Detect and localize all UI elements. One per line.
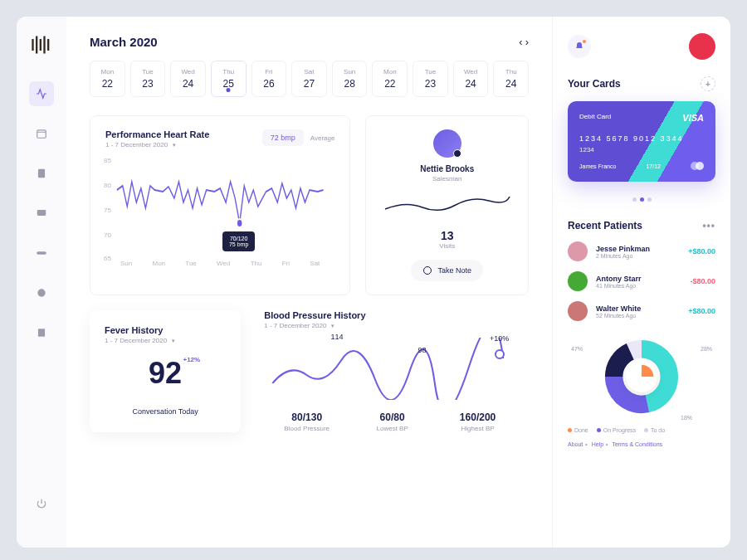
bp-marker bbox=[495, 349, 505, 359]
bp-point-1: 114 bbox=[331, 333, 344, 341]
date-cell[interactable]: Fri26 bbox=[251, 61, 287, 97]
nav-chat-icon[interactable] bbox=[29, 201, 54, 226]
add-card-button[interactable]: + bbox=[701, 76, 715, 91]
svg-point-6 bbox=[237, 219, 242, 227]
rightbar-top bbox=[568, 33, 715, 60]
heart-rate-card: Performance Heart Rate 1 - 7 December 20… bbox=[90, 115, 350, 295]
svg-rect-3 bbox=[37, 251, 46, 255]
month-title: March 2020 bbox=[90, 35, 158, 49]
heart-tooltip: 70/120 75 bmp bbox=[222, 231, 255, 251]
nav-activity-icon[interactable] bbox=[29, 81, 54, 106]
bp-chart: 114 98 +10% bbox=[264, 338, 520, 400]
main: March 2020 ‹ › Mon22Tue23Wed24Thu25Fri26… bbox=[66, 17, 730, 548]
bp-point-2: 98 bbox=[418, 346, 427, 354]
patient-row[interactable]: Walter White52 Minutes Ago+$80.00 bbox=[568, 301, 715, 321]
date-strip: Mon22Tue23Wed24Thu25Fri26Sat27Sun28Mon22… bbox=[90, 61, 529, 97]
sidebar bbox=[17, 17, 66, 548]
nav-docs-icon[interactable] bbox=[29, 320, 54, 345]
visits-label: Visits bbox=[379, 242, 515, 250]
content: March 2020 ‹ › Mon22Tue23Wed24Thu25Fri26… bbox=[66, 17, 552, 548]
nav-calendar-icon[interactable] bbox=[29, 121, 54, 146]
heart-title: Performance Heart Rate bbox=[105, 129, 209, 139]
date-cell[interactable]: Tue23 bbox=[413, 61, 448, 97]
bp-title: Blood Pressure History bbox=[264, 310, 520, 320]
patient-row[interactable]: Jesse Pinkman2 Minutes Ago+$80.00 bbox=[568, 241, 715, 261]
date-cell[interactable]: Tue23 bbox=[130, 61, 166, 97]
cards-header: Your Cards + bbox=[568, 76, 715, 91]
date-cell[interactable]: Thu25 bbox=[211, 61, 247, 97]
row-1: Performance Heart Rate 1 - 7 December 20… bbox=[90, 115, 529, 295]
chevron-down-icon: ▾ bbox=[172, 338, 175, 344]
bp-range[interactable]: 1 - 7 December 2020▾ bbox=[264, 322, 520, 329]
bp-point-3: +10% bbox=[490, 334, 509, 343]
avg-box: 72 bmp Average bbox=[262, 129, 335, 146]
chevron-down-icon: ▾ bbox=[331, 323, 334, 329]
bell-icon[interactable] bbox=[568, 35, 591, 58]
card-expiry: 17/12 bbox=[646, 163, 661, 169]
mastercard-icon bbox=[691, 162, 704, 170]
card-pagination[interactable] bbox=[568, 190, 715, 205]
svg-rect-2 bbox=[37, 210, 46, 216]
fever-footer: Conversation Today bbox=[105, 407, 226, 416]
about-link[interactable]: About bbox=[568, 441, 583, 447]
svg-point-4 bbox=[37, 289, 45, 296]
svg-point-7 bbox=[424, 267, 432, 275]
chat-icon bbox=[422, 265, 432, 275]
help-link[interactable]: Help bbox=[592, 441, 603, 447]
avg-pill: 72 bmp bbox=[262, 129, 304, 146]
visits-sparkline bbox=[381, 192, 514, 217]
card-holder: James Franco bbox=[579, 163, 616, 169]
take-note-button[interactable]: Take Note bbox=[411, 260, 483, 281]
profile-name: Nettie Brooks bbox=[379, 164, 515, 173]
nav-power-icon[interactable] bbox=[29, 491, 54, 516]
patients-header: Recent Patients ••• bbox=[568, 220, 715, 231]
profile-card: Nettie Brooks Salesman 13 Visits Take No… bbox=[365, 115, 529, 295]
chevron-down-icon: ▾ bbox=[173, 142, 176, 149]
logo bbox=[30, 33, 53, 56]
card-number: 1234 5678 9012 3344 bbox=[579, 134, 704, 143]
card-last4: 1234 bbox=[579, 146, 704, 153]
bp-card: Blood Pressure History 1 - 7 December 20… bbox=[256, 310, 529, 432]
fever-range[interactable]: 1 - 7 December 2020▾ bbox=[105, 337, 226, 344]
header-row: March 2020 ‹ › bbox=[90, 35, 529, 49]
user-avatar[interactable] bbox=[689, 33, 715, 60]
fever-title: Fever History bbox=[105, 325, 226, 335]
avg-label: Average bbox=[310, 134, 335, 142]
donut-legend: DoneOn ProgressTo do bbox=[568, 427, 715, 433]
date-cell[interactable]: Wed24 bbox=[453, 61, 489, 97]
donut-center-icon bbox=[626, 361, 657, 392]
bp-stat: 160/200Highest BP bbox=[435, 411, 520, 432]
more-icon[interactable]: ••• bbox=[702, 220, 715, 231]
bp-stat: 80/130Blood Pressure bbox=[264, 411, 349, 432]
bp-stats: 80/130Blood Pressure60/80Lowest BP160/20… bbox=[264, 411, 520, 432]
nav-pill-icon[interactable] bbox=[29, 241, 54, 265]
app-shell: March 2020 ‹ › Mon22Tue23Wed24Thu25Fri26… bbox=[17, 17, 730, 548]
donut-chart: 47% 28% 18% bbox=[568, 331, 715, 422]
next-arrow-icon[interactable]: › bbox=[525, 36, 529, 48]
date-cell[interactable]: Sun28 bbox=[332, 61, 368, 97]
card-type: Debit Card bbox=[579, 113, 611, 123]
visits-count: 13 bbox=[379, 229, 515, 242]
heart-range[interactable]: 1 - 7 December 2020▾ bbox=[105, 141, 209, 149]
svg-rect-1 bbox=[38, 169, 45, 178]
credit-card[interactable]: Debit Card VISA 1234 5678 9012 3344 1234… bbox=[568, 101, 715, 182]
date-cell[interactable]: Sat27 bbox=[291, 61, 327, 97]
terms-link[interactable]: Terms & Conditions bbox=[612, 441, 662, 447]
date-nav: ‹ › bbox=[519, 36, 529, 48]
heart-chart: 85 80 75 70 65 70/120 75 bmp bbox=[105, 157, 334, 256]
svg-rect-0 bbox=[37, 130, 46, 138]
rightbar: Your Cards + Debit Card VISA 1234 5678 9… bbox=[552, 17, 730, 548]
date-cell[interactable]: Mon22 bbox=[90, 61, 125, 97]
patient-row[interactable]: Antony Starr41 Minutes Ago-$80.00 bbox=[568, 271, 715, 291]
bp-stat: 60/80Lowest BP bbox=[349, 411, 435, 432]
date-cell[interactable]: Wed24 bbox=[170, 61, 206, 97]
date-cell[interactable]: Thu24 bbox=[493, 61, 529, 97]
fever-value: 92 +12% bbox=[149, 356, 182, 391]
prev-arrow-icon[interactable]: ‹ bbox=[519, 36, 522, 48]
nav-settings-icon[interactable] bbox=[29, 280, 54, 305]
nav-contacts-icon[interactable] bbox=[29, 161, 54, 186]
svg-rect-5 bbox=[38, 329, 45, 336]
patients-list: Jesse Pinkman2 Minutes Ago+$80.00Antony … bbox=[568, 241, 715, 321]
profile-avatar[interactable] bbox=[433, 129, 461, 158]
date-cell[interactable]: Mon22 bbox=[372, 61, 408, 97]
